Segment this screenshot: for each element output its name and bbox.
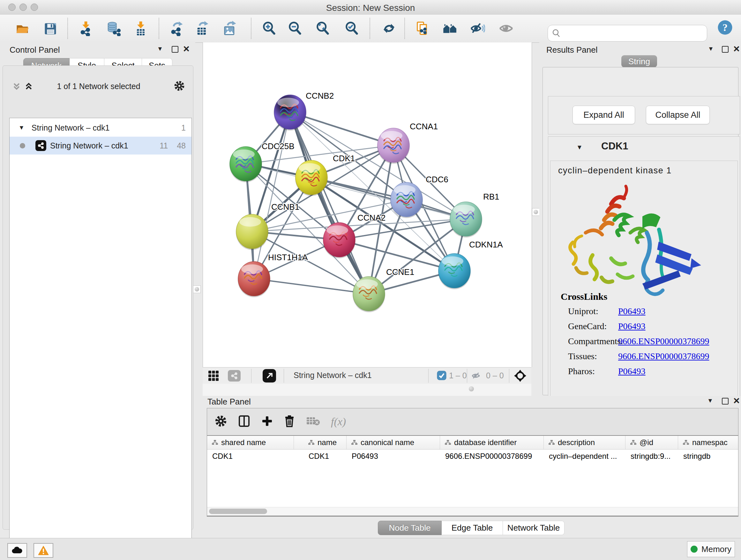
export-image-icon[interactable]	[221, 20, 238, 37]
open-in-window-icon[interactable]	[263, 369, 276, 382]
import-network-from-database-icon[interactable]	[105, 20, 122, 37]
table-body-empty	[207, 463, 738, 507]
node-CCNB2[interactable]	[274, 95, 307, 131]
memory-button[interactable]: Memory	[687, 541, 735, 557]
column-header[interactable]: namespac	[678, 436, 738, 449]
network-collection-row[interactable]: ▼ String Network – cdk1 1	[10, 119, 192, 137]
panel-collapse-icon[interactable]: ▼	[708, 46, 714, 52]
column-header[interactable]: database identifier	[440, 436, 544, 449]
crosslink-link[interactable]: P06493	[618, 321, 646, 331]
add-column-icon[interactable]	[261, 415, 273, 428]
network-graph[interactable]: CCNB2CCNA1CDC25BCDK1CDC6RB1CCNB1CCNA2CDK…	[203, 43, 532, 367]
node-CCNB1[interactable]	[236, 214, 268, 250]
refresh-icon[interactable]	[381, 20, 397, 37]
column-header[interactable]: description	[544, 436, 625, 449]
node-CCNE1[interactable]	[353, 276, 385, 312]
node-label-CCNB1: CCNB1	[271, 202, 299, 212]
import-table-icon[interactable]	[132, 20, 149, 37]
save-session-icon[interactable]	[42, 20, 59, 37]
left-splitter-handle[interactable]	[193, 286, 201, 293]
show-columns-icon[interactable]	[238, 415, 251, 429]
string-home-icon[interactable]	[442, 20, 458, 37]
table-row[interactable]: CDK1 CDK1 P06493 9606.ENSP00000378699 cy…	[207, 449, 738, 463]
panel-collapse-icon[interactable]: ▼	[707, 397, 713, 403]
node-label-CCNA1: CCNA1	[410, 122, 438, 131]
main-toolbar: ?	[0, 15, 741, 43]
panel-float-icon[interactable]	[722, 398, 729, 405]
crosslink-link[interactable]: P06493	[618, 306, 646, 316]
network-canvas[interactable]: CCNB2CCNA1CDC25BCDK1CDC6RB1CCNB1CCNA2CDK…	[203, 43, 532, 367]
panel-float-icon[interactable]	[722, 46, 729, 53]
column-header[interactable]: name	[294, 436, 347, 449]
node-CDK1[interactable]	[295, 160, 328, 196]
network-row[interactable]: String Network – cdk1 11 48	[10, 137, 192, 154]
import-network-icon[interactable]	[77, 20, 94, 37]
tab-string[interactable]: String	[621, 55, 657, 67]
node-CDC6[interactable]	[390, 182, 423, 218]
search-field-container	[548, 25, 707, 42]
column-header[interactable]: @id	[625, 436, 678, 449]
right-splitter-handle[interactable]	[532, 208, 540, 216]
panel-float-icon[interactable]	[172, 46, 179, 53]
table-settings-gear-icon[interactable]	[215, 415, 227, 428]
tab-edge-table[interactable]: Edge Table	[442, 521, 503, 535]
tab-network-table[interactable]: Network Table	[503, 521, 564, 535]
zoom-out-icon[interactable]	[286, 20, 303, 37]
edge-HIST1H1A-CCNE1[interactable]	[254, 279, 369, 294]
collapse-all-networks-icon[interactable]	[12, 82, 21, 92]
panel-close-icon[interactable]: ×	[733, 43, 740, 54]
zoom-selected-icon[interactable]	[343, 20, 360, 37]
export-table-icon[interactable]	[194, 20, 211, 37]
tree-caret-icon[interactable]: ▼	[18, 124, 24, 131]
tab-node-table[interactable]: Node Table	[378, 521, 442, 535]
network-status-dot-icon	[20, 143, 25, 148]
table-horizontal-scrollbar[interactable]	[207, 507, 738, 516]
gene-collapse-caret-icon[interactable]: ▼	[576, 144, 583, 151]
cell-canonical-name: P06493	[347, 449, 440, 463]
open-session-icon[interactable]	[14, 20, 31, 37]
protein-structure-image	[563, 179, 704, 306]
cloud-status-button[interactable]	[7, 543, 27, 558]
string-import-icon[interactable]	[414, 20, 430, 37]
collapse-all-button[interactable]: Collapse All	[646, 106, 710, 124]
expand-all-button[interactable]: Expand All	[572, 106, 635, 124]
crosslink-label: Pharos:	[568, 366, 595, 376]
selected-checkbox-icon[interactable]	[437, 371, 447, 381]
panel-close-icon[interactable]: ×	[733, 395, 740, 406]
zoom-in-icon[interactable]	[261, 20, 277, 37]
node-HIST1H1A[interactable]	[238, 261, 270, 297]
pan-crosshair-icon[interactable]	[514, 369, 527, 384]
edge-CCNB2-CCNE1[interactable]	[290, 112, 369, 294]
function-builder-icon: f(x)	[331, 416, 346, 428]
node-CCNA1[interactable]	[377, 128, 410, 164]
node-RB1[interactable]	[450, 202, 482, 238]
warnings-button[interactable]	[33, 543, 53, 558]
panel-close-icon[interactable]: ×	[183, 43, 190, 54]
node-CCNA2[interactable]	[323, 223, 355, 258]
birdseye-grid-icon[interactable]	[208, 370, 219, 383]
search-input[interactable]	[561, 28, 703, 38]
node-CDKN1A[interactable]	[438, 253, 471, 289]
panel-collapse-icon[interactable]: ▼	[157, 46, 163, 52]
column-header[interactable]: shared name	[207, 436, 294, 449]
column-header[interactable]: canonical name	[347, 436, 440, 449]
network-options-gear-icon[interactable]	[174, 80, 185, 92]
crosslink-label: GeneCard:	[568, 321, 607, 331]
splitter-grip[interactable]	[469, 386, 474, 391]
warning-icon	[38, 546, 49, 555]
results-panel-title: Results Panel	[546, 45, 597, 55]
node-CDC25B[interactable]	[229, 146, 262, 182]
scrollbar-thumb[interactable]	[209, 509, 267, 514]
footer-separator	[509, 369, 509, 383]
crosslink-link[interactable]: 9606.ENSP00000378699	[618, 351, 709, 361]
zoom-fit-icon[interactable]	[314, 20, 331, 37]
delete-column-trash-icon[interactable]	[284, 415, 295, 428]
expand-all-networks-icon[interactable]	[24, 82, 33, 92]
horizontal-splitter[interactable]	[203, 384, 531, 396]
hidden-eye-slash-icon[interactable]	[471, 370, 482, 382]
hide-details-icon[interactable]	[469, 20, 486, 37]
export-network-icon[interactable]	[169, 20, 185, 37]
help-icon[interactable]: ?	[717, 19, 733, 36]
crosslink-link[interactable]: P06493	[618, 366, 646, 376]
crosslink-link[interactable]: 9606.ENSP00000378699	[618, 336, 709, 347]
